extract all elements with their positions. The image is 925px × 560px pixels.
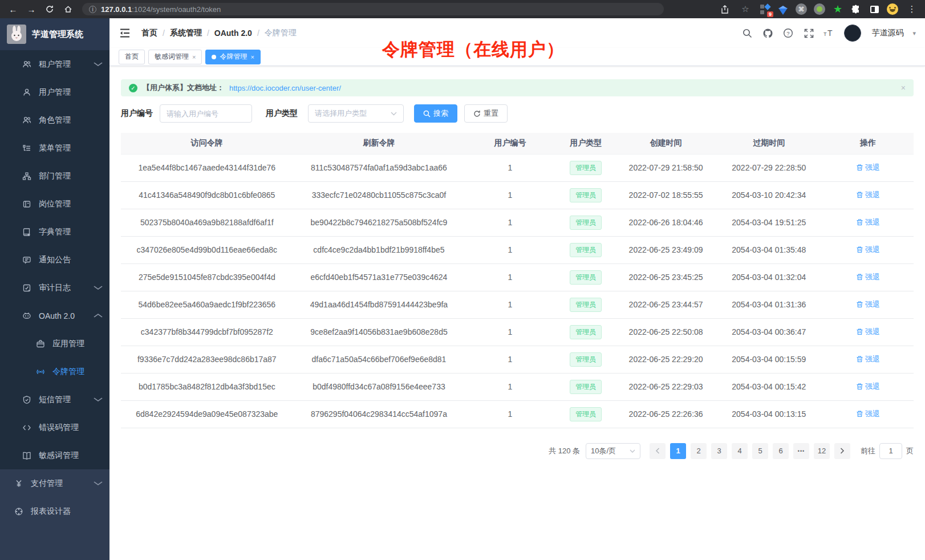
help-icon[interactable]: ?: [782, 27, 794, 39]
home-icon[interactable]: [60, 2, 75, 17]
sidebar-item-label: 报表设计器: [31, 506, 71, 517]
tab-敏感词管理[interactable]: 敏感词管理×: [148, 50, 202, 64]
puzzle-extensions-icon[interactable]: [850, 3, 862, 15]
sidebar-item-应用管理[interactable]: 应用管理: [0, 330, 109, 358]
page-button-6[interactable]: 6: [773, 443, 789, 459]
user-type-select[interactable]: 请选择用户类型: [308, 104, 404, 123]
column-header: 操作: [822, 133, 914, 154]
force-logout-button[interactable]: 强退: [856, 354, 880, 364]
force-logout-button[interactable]: 强退: [856, 272, 880, 282]
sidebar-item-短信管理[interactable]: 短信管理: [0, 385, 109, 413]
sidebar-item-label: 短信管理: [39, 395, 71, 405]
sidebar-item-岗位管理[interactable]: 岗位管理: [0, 190, 109, 218]
breadcrumb-item[interactable]: 首页: [141, 28, 157, 38]
github-icon[interactable]: [762, 27, 773, 39]
page-button-3[interactable]: 3: [711, 443, 727, 459]
sidebar-item-支付管理[interactable]: 支付管理: [0, 469, 109, 497]
sidebar-item-字典管理[interactable]: 字典管理: [0, 218, 109, 246]
reset-button[interactable]: 重置: [464, 104, 508, 123]
fullscreen-icon[interactable]: [803, 27, 814, 39]
access-token-cell: c342377bf8b344799dcbf7bf095287f2: [121, 318, 293, 346]
sidebar-item-label: 租户管理: [39, 59, 71, 70]
sidebar-item-报表设计器[interactable]: 报表设计器: [0, 497, 109, 525]
page-button-1[interactable]: 1: [670, 443, 686, 459]
collapse-sidebar-icon[interactable]: [119, 27, 131, 39]
force-logout-button[interactable]: 强退: [856, 299, 880, 310]
user-avatar[interactable]: [844, 25, 861, 42]
expire-time-cell: 2054-03-04 01:35:48: [715, 236, 822, 263]
extension-grid-icon[interactable]: 9: [758, 3, 771, 15]
record-extension-icon[interactable]: [813, 3, 826, 15]
breadcrumb: 首页/系统管理/OAuth 2.0/令牌管理: [141, 28, 297, 38]
tab-close-icon[interactable]: ×: [250, 54, 254, 60]
sidebar-item-label: 字典管理: [39, 227, 71, 237]
font-size-icon[interactable]: TT: [823, 27, 835, 39]
sidebar-item-部门管理[interactable]: 部门管理: [0, 162, 109, 190]
force-logout-button[interactable]: 强退: [856, 382, 880, 392]
share-icon[interactable]: [717, 2, 732, 17]
username[interactable]: 芋道源码: [871, 28, 903, 38]
refresh-token-cell: be90422b8c7946218275a508bf524fc9: [293, 209, 465, 236]
force-logout-button[interactable]: 强退: [856, 163, 880, 173]
action-cell: 强退: [822, 291, 914, 318]
url-bar[interactable]: i 127.0.0.1:1024/system/oauth2/token: [82, 3, 664, 15]
bookmark-star-icon[interactable]: ☆: [738, 2, 753, 17]
sidebar-item-敏感词管理[interactable]: 敏感词管理: [0, 441, 109, 469]
profile-avatar-icon[interactable]: [886, 3, 899, 15]
force-logout-button[interactable]: 强退: [856, 217, 880, 228]
page-button-5[interactable]: 5: [752, 443, 768, 459]
sidebar-item-令牌管理[interactable]: 令牌管理: [0, 358, 109, 385]
page-button-2[interactable]: 2: [691, 443, 707, 459]
sidebar-item-通知公告[interactable]: 通知公告: [0, 246, 109, 274]
force-logout-button[interactable]: 强退: [856, 245, 880, 255]
breadcrumb-item[interactable]: 系统管理: [170, 28, 202, 38]
green-star-extension-icon[interactable]: ★: [831, 3, 844, 15]
app-icon: [35, 339, 45, 348]
sidebar-item-租户管理[interactable]: 租户管理: [0, 50, 109, 78]
report-icon: [14, 506, 23, 516]
reload-icon[interactable]: [42, 2, 57, 17]
page-button-12[interactable]: 12: [814, 443, 830, 459]
gem-extension-icon[interactable]: [777, 3, 789, 15]
next-page-button[interactable]: [834, 443, 850, 459]
goto-page-input[interactable]: [879, 443, 902, 459]
user-id-cell: 1: [465, 318, 555, 346]
tab-close-icon[interactable]: ×: [192, 54, 196, 60]
sidebar-item-用户管理[interactable]: 用户管理: [0, 78, 109, 106]
force-logout-button[interactable]: 强退: [856, 190, 880, 200]
breadcrumb-separator: /: [257, 29, 259, 38]
back-icon[interactable]: ←: [6, 2, 21, 17]
sidebar-item-角色管理[interactable]: 角色管理: [0, 106, 109, 134]
sidebar-item-OAuth 2.0[interactable]: OAuth 2.0: [0, 302, 109, 330]
sidebar-item-审计日志[interactable]: 审计日志: [0, 274, 109, 302]
user-id-cell: 1: [465, 400, 555, 428]
user-id-cell: 1: [465, 209, 555, 236]
user-id-input[interactable]: [160, 104, 252, 123]
sidebar-item-错误码管理[interactable]: 错误码管理: [0, 413, 109, 441]
expire-time-cell: 2054-03-04 00:15:42: [715, 373, 822, 400]
prev-page-button[interactable]: [650, 443, 666, 459]
page-button-4[interactable]: 4: [732, 443, 748, 459]
search-button[interactable]: 搜索: [414, 104, 457, 123]
sidebar-item-菜单管理[interactable]: 菜单管理: [0, 134, 109, 162]
tab-令牌管理[interactable]: 令牌管理×: [205, 50, 260, 64]
sidebar-item-label: 敏感词管理: [39, 451, 79, 461]
force-logout-button[interactable]: 强退: [856, 327, 880, 337]
side-panel-icon[interactable]: [868, 3, 881, 15]
refresh-token-cell: 8796295f04064c2983414cc54af1097a: [293, 400, 465, 428]
forward-icon[interactable]: →: [24, 2, 39, 17]
doc-link[interactable]: https://doc.iocoder.cn/user-center/: [229, 84, 341, 92]
page-size-select[interactable]: 10条/页: [586, 443, 640, 459]
alert-close-icon[interactable]: ×: [901, 83, 906, 92]
user-menu-caret-icon[interactable]: ▾: [912, 30, 916, 37]
search-icon[interactable]: [741, 27, 753, 39]
expire-time-cell: 2054-03-04 19:51:25: [715, 209, 822, 236]
site-info-icon[interactable]: i: [89, 6, 96, 13]
breadcrumb-item[interactable]: OAuth 2.0: [214, 29, 252, 38]
browser-menu-icon[interactable]: ⋮: [904, 2, 919, 17]
command-extension-icon[interactable]: ⌘: [795, 3, 808, 15]
tab-首页[interactable]: 首页: [119, 50, 145, 64]
table-row: 275e5de9151045fe87cbdc395e004f4de6cfd40e…: [121, 263, 914, 291]
force-logout-button[interactable]: 强退: [856, 409, 880, 419]
page-ellipsis-button[interactable]: •••: [793, 443, 809, 459]
